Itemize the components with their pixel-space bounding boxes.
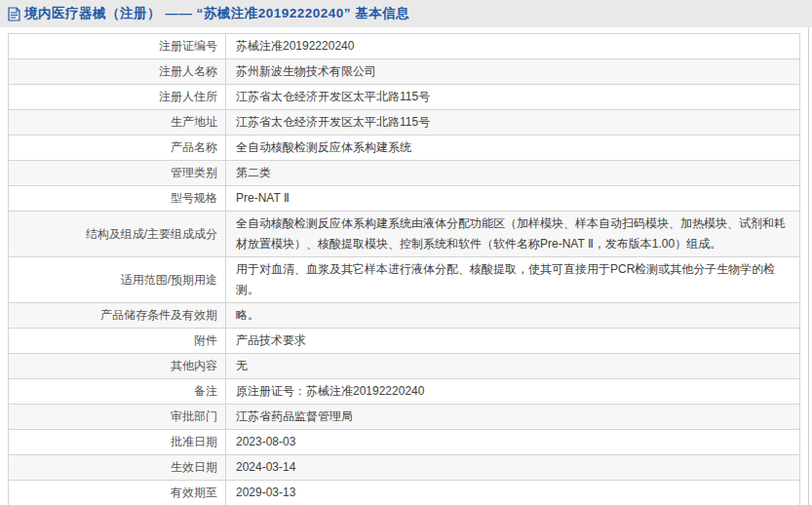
row-label-text: 有效期至 — [171, 486, 217, 499]
row-label-text: 管理类别 — [171, 166, 217, 179]
table-row: 生效日期2024-03-14 — [9, 455, 800, 481]
row-value: Pre-NAT Ⅱ — [226, 186, 800, 212]
row-label: 型号规格 — [9, 186, 226, 212]
table-row: 备注原注册证号：苏械注准20192220240 — [9, 379, 800, 405]
row-label-text: 产品名称 — [171, 140, 217, 154]
row-value: 2024-03-14 — [226, 455, 800, 481]
row-label-text: 附件 — [194, 333, 217, 347]
row-value: 苏械注准20192220240 — [226, 34, 800, 59]
table-row: 附件产品技术要求 — [9, 329, 800, 354]
row-label: 有效期至 — [9, 481, 226, 505]
table-row: 产品储存条件及有效期略。 — [9, 303, 800, 329]
row-value: 无 — [226, 354, 800, 379]
row-value-text: 江苏省太仓经济开发区太平北路115号 — [236, 115, 430, 129]
row-label: 注册证编号 — [9, 34, 226, 59]
row-value: 2023-08-03 — [226, 430, 800, 455]
row-value: 用于对血清、血浆及其它样本进行液体分配、核酸提取，使其可直接用于PCR检测或其他… — [226, 257, 800, 303]
row-value: 第二类 — [226, 161, 800, 186]
row-value-text: 无 — [236, 359, 248, 372]
table-row: 注册人住所江苏省太仓经济开发区太平北路115号 — [9, 85, 800, 110]
registration-info-table: 注册证编号苏械注准20192220240注册人名称苏州新波生物技术有限公司注册人… — [8, 33, 800, 505]
row-value: 江苏省太仓经济开发区太平北路115号 — [226, 110, 800, 136]
row-label-text: 生产地址 — [171, 115, 217, 129]
row-label: 注册人住所 — [9, 85, 226, 110]
row-label-text: 注册证编号 — [159, 39, 217, 53]
row-label: 附件 — [9, 329, 226, 354]
row-label-text: 型号规格 — [171, 191, 217, 205]
row-value: 全自动核酸检测反应体系构建系统 — [226, 136, 800, 161]
row-value-text: 2029-03-13 — [236, 486, 295, 499]
row-value-text: 苏州新波生物技术有限公司 — [236, 64, 376, 78]
row-value-text: 江苏省药品监督管理局 — [236, 409, 353, 423]
row-value: 江苏省太仓经济开发区太平北路115号 — [226, 85, 800, 110]
row-value-text: 略。 — [236, 308, 259, 322]
row-value-text: 产品技术要求 — [236, 333, 306, 347]
row-label: 注册人名称 — [9, 59, 226, 85]
row-label-text: 结构及组成/主要组成成分 — [86, 227, 217, 241]
table-row: 批准日期2023-08-03 — [9, 430, 800, 455]
row-value: 产品技术要求 — [226, 329, 800, 354]
row-label: 生产地址 — [9, 110, 226, 136]
row-label-text: 注册人名称 — [159, 64, 217, 78]
table-row: 注册证编号苏械注准20192220240 — [9, 34, 800, 59]
row-label-text: 备注 — [194, 384, 217, 398]
row-value-text: Pre-NAT Ⅱ — [236, 191, 290, 205]
row-value-text: 苏械注准20192220240 — [236, 39, 354, 53]
row-label-text: 生效日期 — [171, 460, 217, 474]
row-label: 生效日期 — [9, 455, 226, 481]
row-value: 全自动核酸检测反应体系构建系统由液体分配功能区（加样模块、样本自动扫码模块、加热… — [226, 212, 800, 257]
row-label-text: 审批部门 — [171, 409, 217, 423]
row-label: 批准日期 — [9, 430, 226, 455]
vertical-divider-line — [808, 27, 809, 505]
row-value-text: 原注册证号：苏械注准20192220240 — [236, 384, 424, 398]
row-label-text: 批准日期 — [171, 435, 217, 448]
table-row: 有效期至2029-03-13 — [9, 481, 800, 505]
row-value-text: 第二类 — [236, 166, 271, 179]
table-row: 产品名称全自动核酸检测反应体系构建系统 — [9, 136, 800, 161]
row-value: 苏州新波生物技术有限公司 — [226, 59, 800, 85]
row-label: 管理类别 — [9, 161, 226, 186]
document-icon — [8, 7, 20, 21]
row-value-text: 江苏省太仓经济开发区太平北路115号 — [236, 90, 430, 103]
row-value-text: 全自动核酸检测反应体系构建系统 — [236, 140, 411, 154]
table-row: 注册人名称苏州新波生物技术有限公司 — [9, 59, 800, 85]
table-row: 生产地址江苏省太仓经济开发区太平北路115号 — [9, 110, 800, 136]
row-value-text: 全自动核酸检测反应体系构建系统由液体分配功能区（加样模块、样本自动扫码模块、加热… — [236, 216, 786, 251]
row-label: 其他内容 — [9, 354, 226, 379]
row-value: 江苏省药品监督管理局 — [226, 405, 800, 430]
page-title: 境内医疗器械（注册） —— “苏械注准20192220240” 基本信息 — [24, 5, 409, 22]
table-row: 管理类别第二类 — [9, 161, 800, 186]
table-row: 审批部门江苏省药品监督管理局 — [9, 405, 800, 430]
row-label: 备注 — [9, 379, 226, 405]
row-label: 产品名称 — [9, 136, 226, 161]
table-row: 型号规格Pre-NAT Ⅱ — [9, 186, 800, 212]
table-row: 其他内容无 — [9, 354, 800, 379]
row-label: 审批部门 — [9, 405, 226, 430]
table-row: 适用范围/预期用途用于对血清、血浆及其它样本进行液体分配、核酸提取，使其可直接用… — [9, 257, 800, 303]
page-header: 境内医疗器械（注册） —— “苏械注准20192220240” 基本信息 — [0, 0, 812, 27]
row-value-text: 用于对血清、血浆及其它样本进行液体分配、核酸提取，使其可直接用于PCR检测或其他… — [236, 262, 775, 296]
row-label-text: 适用范围/预期用途 — [121, 273, 217, 287]
row-label-text: 其他内容 — [171, 359, 217, 372]
row-label: 结构及组成/主要组成成分 — [9, 212, 226, 257]
row-value: 2029-03-13 — [226, 481, 800, 505]
row-value: 略。 — [226, 303, 800, 329]
row-label: 产品储存条件及有效期 — [9, 303, 226, 329]
row-label-text: 产品储存条件及有效期 — [100, 308, 217, 322]
row-value: 原注册证号：苏械注准20192220240 — [226, 379, 800, 405]
row-value-text: 2023-08-03 — [236, 435, 295, 448]
row-label: 适用范围/预期用途 — [9, 257, 226, 303]
table-row: 结构及组成/主要组成成分全自动核酸检测反应体系构建系统由液体分配功能区（加样模块… — [9, 212, 800, 257]
row-label-text: 注册人住所 — [159, 90, 217, 103]
row-value-text: 2024-03-14 — [236, 460, 295, 474]
